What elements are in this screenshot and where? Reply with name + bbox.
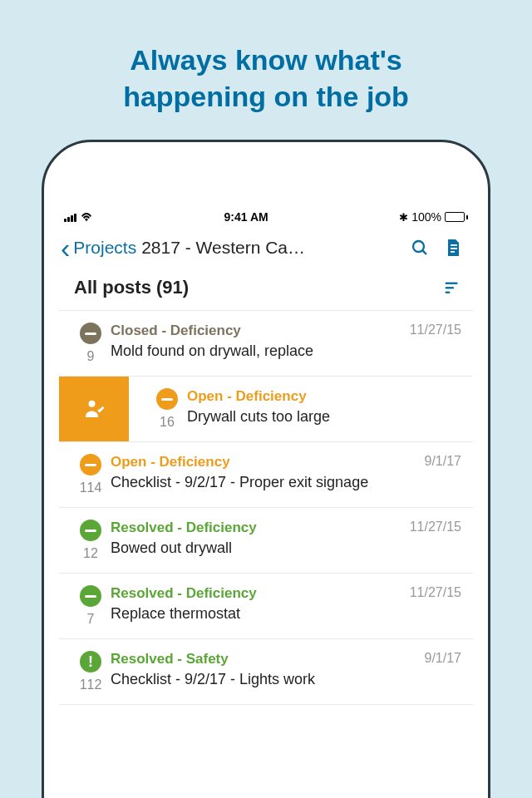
bluetooth-icon: ✱ (399, 211, 408, 224)
signal-icon (64, 212, 76, 222)
post-status-label: Resolved - Deficiency (111, 585, 257, 602)
post-status-label: Open - Deficiency (111, 454, 230, 470)
post-count: 12 (83, 546, 98, 561)
assign-person-icon (81, 397, 106, 421)
post-count: 112 (80, 677, 102, 692)
post-indicator: 12 (71, 520, 111, 561)
post-date: 11/27/15 (410, 520, 461, 536)
sort-icon[interactable] (443, 278, 461, 297)
post-count: 16 (160, 415, 175, 430)
post-title: Replace thermostat (111, 605, 461, 623)
post-title: Checklist - 9/2/17 - Proper exit signage (111, 474, 461, 491)
minus-icon (80, 454, 101, 475)
svg-rect-2 (451, 244, 457, 246)
app-screen: 9:41 AM ✱ 100% ‹ Projects 2817 - Western… (59, 207, 473, 798)
list-item[interactable]: 12 Resolved - Deficiency 11/27/15 Bowed … (59, 508, 473, 574)
post-content[interactable]: 16 Open - Deficiency Drywall cuts too la… (129, 377, 473, 441)
post-body: Resolved - Deficiency 11/27/15 Replace t… (111, 585, 461, 623)
document-icon[interactable] (443, 238, 463, 258)
post-body: Closed - Deficiency 11/27/15 Mold found … (111, 323, 461, 360)
exclamation-icon: ! (80, 651, 101, 672)
promo-headline: Always know what's happening on the job (0, 0, 532, 140)
post-indicator: ! 112 (71, 651, 111, 692)
post-body: Open - Deficiency Drywall cuts too large (187, 388, 461, 426)
post-status-label: Open - Deficiency (187, 388, 307, 405)
wifi-icon (80, 212, 93, 222)
post-status-label: Closed - Deficiency (111, 323, 241, 339)
svg-rect-7 (446, 292, 451, 293)
svg-point-0 (413, 241, 424, 252)
section-header: All posts (91) (59, 270, 473, 310)
svg-point-8 (89, 401, 96, 407)
minus-icon (80, 585, 101, 607)
list-item[interactable]: 16 Open - Deficiency Drywall cuts too la… (59, 377, 473, 442)
nav-title: 2817 - Western Ca… (138, 238, 408, 258)
minus-icon (80, 323, 101, 344)
post-indicator: 9 (71, 323, 111, 364)
post-body: Resolved - Safety 9/1/17 Checklist - 9/2… (111, 651, 461, 688)
post-body: Open - Deficiency 9/1/17 Checklist - 9/2… (111, 454, 461, 491)
post-date: 9/1/17 (425, 651, 461, 667)
post-indicator: 7 (71, 585, 111, 627)
battery-icon (445, 212, 468, 222)
post-date: 11/27/15 (410, 585, 461, 602)
post-date: 11/27/15 (410, 323, 461, 339)
status-bar-left (64, 212, 93, 222)
svg-rect-6 (446, 287, 454, 288)
list-item[interactable]: 9 Closed - Deficiency 11/27/15 Mold foun… (59, 310, 473, 377)
post-count: 114 (80, 480, 102, 495)
post-title: Checklist - 9/2/17 - Lights work (111, 671, 461, 688)
post-date: 9/1/17 (425, 454, 461, 470)
list-item[interactable]: 114 Open - Deficiency 9/1/17 Checklist -… (59, 442, 473, 508)
post-count: 9 (87, 349, 95, 364)
back-button[interactable]: Projects (73, 238, 136, 258)
promo-background: Always know what's happening on the job … (0, 0, 532, 798)
headline-line-1: Always know what's (50, 42, 482, 78)
nav-bar: ‹ Projects 2817 - Western Ca… (59, 229, 473, 270)
post-body: Resolved - Deficiency 11/27/15 Bowed out… (111, 520, 461, 557)
post-indicator: 16 (147, 388, 187, 430)
list-item[interactable]: ! 112 Resolved - Safety 9/1/17 Checklist… (59, 639, 473, 705)
post-status-label: Resolved - Deficiency (111, 520, 257, 536)
battery-percent: 100% (411, 210, 441, 224)
status-bar-right: ✱ 100% (399, 210, 468, 224)
headline-line-2: happening on the job (50, 78, 482, 115)
post-title: Bowed out drywall (111, 539, 461, 557)
search-icon[interactable] (410, 238, 430, 258)
status-bar: 9:41 AM ✱ 100% (59, 207, 473, 229)
svg-rect-5 (446, 283, 458, 284)
list-item[interactable]: 7 Resolved - Deficiency 11/27/15 Replace… (59, 574, 473, 639)
back-chevron-icon[interactable]: ‹ (59, 234, 71, 262)
post-title: Drywall cuts too large (187, 408, 461, 426)
post-count: 7 (87, 612, 95, 627)
minus-icon (80, 520, 101, 541)
assign-action[interactable] (59, 377, 129, 441)
minus-icon (156, 388, 178, 410)
post-status-label: Resolved - Safety (111, 651, 229, 667)
post-title: Mold found on drywall, replace (111, 342, 461, 360)
section-title: All posts (91) (74, 277, 189, 298)
svg-rect-4 (451, 251, 455, 253)
status-bar-time: 9:41 AM (224, 210, 268, 224)
svg-rect-3 (451, 248, 457, 249)
svg-line-1 (422, 251, 426, 255)
phone-frame: 9:41 AM ✱ 100% ‹ Projects 2817 - Western… (42, 140, 490, 798)
post-indicator: 114 (71, 454, 111, 495)
posts-list[interactable]: 9 Closed - Deficiency 11/27/15 Mold foun… (59, 310, 473, 705)
